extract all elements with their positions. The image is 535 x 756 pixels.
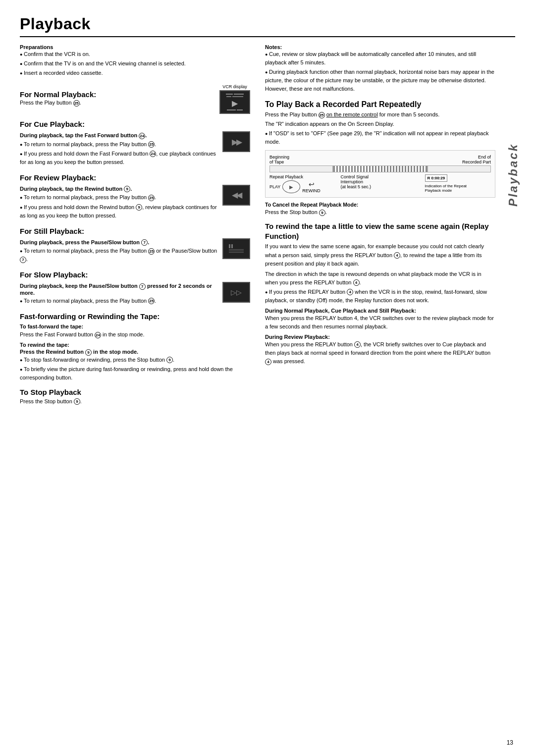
- rewind-text: Press the Rewind button 9 in the stop mo…: [20, 349, 250, 356]
- still-pause-symbol: 7: [141, 239, 148, 246]
- diagram-end-label: End of Recorded Part: [462, 155, 491, 164]
- prep-item-3: Insert a recorded video cassette.: [20, 69, 250, 77]
- fast-forward-text: Press the Fast Forward button 24 in the …: [20, 330, 250, 339]
- page-title: Playback: [20, 15, 515, 33]
- repeat-playback-text2: The "R" indication appears on the On Scr…: [265, 120, 495, 128]
- control-signal-label: Control Signal: [340, 174, 420, 179]
- review-item-1: To return to normal playback, press the …: [20, 193, 218, 202]
- notes-heading: Notes:: [265, 44, 495, 50]
- main-content: Preparations Confirm that the VCR is on.…: [20, 44, 515, 410]
- play-button-symbol-normal: 25: [73, 100, 80, 107]
- repeat-playback-list: If "OSD" is set to "OFF" (See page 29), …: [265, 129, 495, 146]
- notes-section: Notes: Cue, review or slow playback will…: [265, 44, 495, 93]
- play-rewind-row: PLAY ▶ ↩ REWIND: [269, 180, 335, 193]
- repeat-playback-heading: To Play Back a Recorded Part Repeatedly: [265, 100, 495, 109]
- review-playback-heading: For Review Playback:: [20, 173, 250, 182]
- preparations-list: Confirm that the VCR is on. Confirm that…: [20, 50, 250, 77]
- still-playback-lcd: [222, 238, 250, 259]
- cue-playback-lcd: ▶▶: [222, 131, 250, 152]
- replay-item-1: If you press the REPLAY button 4 when th…: [265, 288, 495, 305]
- rewind-arrows: ↩ REWIND: [302, 180, 321, 193]
- still-item-1: To return to normal playback, press the …: [20, 247, 218, 264]
- left-column: Preparations Confirm that the VCR is on.…: [20, 44, 250, 410]
- still-playback-section: For Still Playback: During playback, pre…: [20, 227, 250, 265]
- cue-item-2: If you press and hold down the Fast Forw…: [20, 150, 218, 166]
- normal-playback-heading: For Normal Playback:: [20, 90, 214, 99]
- slow-item-1: To return to normal playback, press the …: [20, 297, 218, 305]
- note-item-1: Cue, review or slow playback will be aut…: [265, 50, 495, 67]
- vcr-display-label: VCR display: [222, 84, 247, 89]
- diagram-lower: Repeat Playback PLAY ▶ ↩ REWIND: [269, 174, 491, 193]
- review-playback-during: During Review Playback: When you press t…: [265, 334, 495, 366]
- preparations-heading: Preparations: [20, 44, 250, 50]
- note-item-2: During playback function other than norm…: [265, 68, 495, 93]
- still-playback-heading: For Still Playback:: [20, 227, 250, 235]
- r-badge: R 0:00:29: [425, 174, 448, 182]
- normal-playback-during: During Normal Playback, Cue Playback and…: [265, 308, 495, 331]
- playback-mode-label: Playback mode: [425, 188, 491, 193]
- replay-text2: The direction in which the tape is rewou…: [265, 270, 495, 287]
- diagram-left-side: Repeat Playback PLAY ▶ ↩ REWIND: [269, 174, 335, 193]
- cue-playback-heading: For Cue Playback:: [20, 120, 250, 128]
- slow-playback-subheading: During playback, keep the Pause/Slow but…: [20, 283, 218, 296]
- cue-playback-section: For Cue Playback: During playback, tap t…: [20, 120, 250, 167]
- ff-item-2: To briefly view the picture during fast-…: [20, 365, 250, 382]
- review-playback-section: For Review Playback: During playback, ta…: [20, 173, 250, 221]
- normal-playback-label: Press the Play button 25.: [20, 100, 214, 107]
- stop-playback-section: To Stop Playback Press the Stop button 9…: [20, 388, 250, 406]
- indication-label: Indication of the Repeat: [425, 184, 491, 188]
- normal-playback-during-heading: During Normal Playback, Cue Playback and…: [265, 308, 495, 314]
- cancel-mode-text: Press the Stop button 9.: [265, 208, 495, 216]
- slow-playback-section: For Slow Playback: During playback, keep…: [20, 270, 250, 306]
- at-least-label: (at least 5 sec.): [340, 184, 420, 189]
- cancel-mode-heading: To Cancel the Repeat Playback Mode:: [265, 202, 495, 208]
- review-playback-lcd: ◀◀: [222, 185, 250, 206]
- cue-ff-symbol: 24: [139, 133, 145, 139]
- slow-playback-heading: For Slow Playback:: [20, 270, 250, 279]
- slow-pause-symbol: 7: [139, 283, 146, 290]
- stop-button-symbol: 9: [74, 398, 80, 405]
- normal-playback-during-text: When you press the REPLAY button 4, the …: [265, 314, 495, 331]
- play-oval: ▶: [282, 180, 300, 193]
- rewind-label: To rewind the tape:: [20, 342, 250, 348]
- right-column: Playback Notes: Cue, review or slow play…: [265, 44, 515, 410]
- repeat-playback-section: To Play Back a Recorded Part Repeatedly …: [265, 100, 495, 216]
- repeat-playback-label: Repeat Playback: [269, 174, 335, 179]
- play-label: PLAY: [269, 184, 280, 189]
- cancel-mode-section: To Cancel the Repeat Playback Mode: Pres…: [265, 202, 495, 216]
- preparations-section: Preparations Confirm that the VCR is on.…: [20, 44, 250, 77]
- prep-item-1: Confirm that the VCR is on.: [20, 50, 250, 58]
- prep-item-2: Confirm that the TV is on and the VCR vi…: [20, 59, 250, 68]
- repeat-playback-text1: Press the Play button 25 on the remote c…: [265, 110, 495, 119]
- fast-forward-heading: Fast-forwarding or Rewinding the Tape:: [20, 312, 250, 321]
- cue-playback-list: To return to normal playback, press the …: [20, 140, 218, 166]
- vertical-playback-label: Playback: [506, 143, 520, 207]
- cue-playback-subheading: During playback, tap the Fast Forward bu…: [20, 132, 218, 139]
- review-playback-during-text: When you press the REPLAY button 4, the …: [265, 340, 495, 366]
- tape-diagram-area: Beginning of Tape End of Recorded Part: [265, 150, 495, 198]
- normal-playback-lcd: ▶: [219, 90, 250, 114]
- still-playback-subheading: During playback, press the Pause/Slow bu…: [20, 239, 218, 246]
- fast-forward-section: Fast-forwarding or Rewinding the Tape: T…: [20, 312, 250, 382]
- review-playback-subheading: During playback, tap the Rewind button 9…: [20, 186, 218, 193]
- diagram-right-side: R 0:00:29 Indication of the Repeat Playb…: [425, 174, 491, 193]
- review-rewind-symbol: 9: [124, 186, 130, 192]
- ff-item-1: To stop fast-forwarding or rewinding, pr…: [20, 356, 250, 364]
- replay-text1: If you want to view the same scene again…: [265, 242, 495, 268]
- repeat-item-1: If "OSD" is set to "OFF" (See page 29), …: [265, 129, 495, 146]
- fast-forward-list: To stop fast-forwarding or rewinding, pr…: [20, 356, 250, 382]
- cue-item-1: To return to normal playback, press the …: [20, 140, 218, 149]
- notes-list: Cue, review or slow playback will be aut…: [265, 50, 495, 93]
- diagram-beginning-label: Beginning of Tape: [269, 155, 289, 164]
- tape-bar-row: [269, 165, 491, 172]
- title-rule: [20, 36, 515, 37]
- stop-playback-text: Press the Stop button 9.: [20, 397, 250, 406]
- fast-forward-label: To fast-forward the tape:: [20, 324, 250, 329]
- page-number: 13: [507, 739, 513, 746]
- vcr-display-block: VCR display ▶: [219, 84, 250, 114]
- rewind-label-diagram: REWIND: [302, 188, 321, 193]
- review-item-2: If you press and hold down the Rewind bu…: [20, 203, 218, 220]
- diagram-middle: Control Signal Interruption (at least 5 …: [340, 174, 420, 189]
- replay-function-heading: To rewind the tape a little to view the …: [265, 221, 495, 241]
- slow-playback-lcd: ▷▷: [222, 282, 250, 303]
